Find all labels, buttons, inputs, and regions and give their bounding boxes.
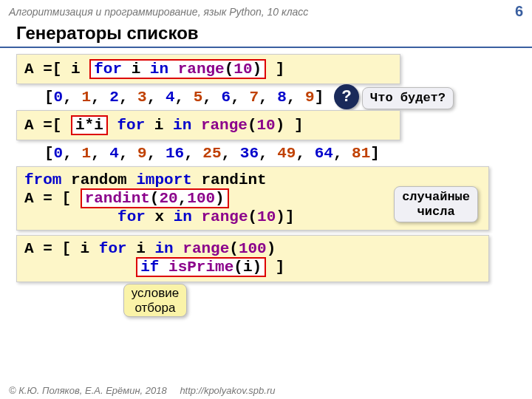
callout-random: случайные числа [394,186,478,222]
highlight-box-expr: i*i [71,115,108,135]
output-2: [0, 1, 4, 9, 16, 25, 36, 49, 64, 81] [16,145,516,162]
code-block-2: A =[ i*i for i in range(10) ] [16,110,400,140]
page-footer: © К.Ю. Поляков, Е.А. Ерёмин, 2018 http:/… [9,385,275,396]
page-header: Алгоритмизация и программирование, язык … [0,0,532,21]
course-label: Алгоритмизация и программирование, язык … [9,6,308,18]
page-number: 6 [515,3,523,20]
output-1: [0, 1, 2, 3, 4, 5, 6, 7, 8, 9] ? Что буд… [16,89,516,106]
highlight-box-for-range: for i in range(10) [89,59,266,79]
code-block-1: A =[ i for i in range(10) ] [16,54,400,84]
question-mark-icon: ? [334,84,359,109]
callout-question: Что будет? [362,87,454,109]
callout-filter: условие отбора [123,284,187,317]
highlight-box-if: if isPrime(i) [136,257,266,277]
callout-filter-wrap: условие отбора [0,284,405,317]
copyright: © К.Ю. Поляков, Е.А. Ерёмин, 2018 [9,385,167,396]
highlight-box-randint: randint(20,100) [81,188,229,208]
code-block-3: from random import randint A = [ randint… [16,166,489,231]
footer-link: http://kpolyakov.spb.ru [180,385,275,396]
page-title: Генераторы списков [0,21,532,48]
code-block-4: A = [ i for i in range(100) if isPrime(i… [16,235,489,282]
code-text: A =[ i [24,61,89,78]
